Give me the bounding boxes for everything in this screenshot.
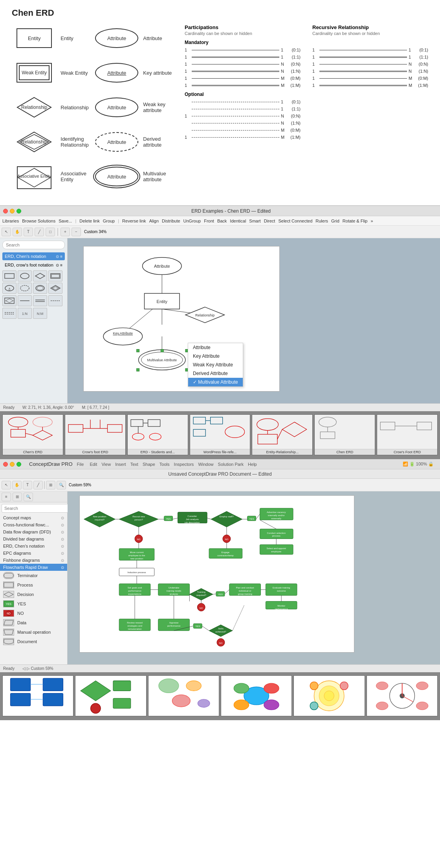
sidebar-icon-1[interactable]	[2, 270, 16, 281]
bottom-thumb-1[interactable]	[75, 675, 146, 716]
sidebar-item-chen-notation[interactable]: ERD, Chen's notation ⊙ ≡	[2, 252, 65, 260]
svg-line-172	[207, 518, 211, 519]
sidebar-icon-11[interactable]	[33, 295, 47, 306]
app2-lib-fishbone[interactable]: Fishbone diagrams ⊙	[0, 557, 67, 564]
app2-tb-line[interactable]: ╱	[33, 481, 43, 489]
menu-smart[interactable]: Smart	[249, 219, 260, 223]
menu-direct[interactable]: Direct	[264, 219, 275, 223]
toolbar-line[interactable]: ╱	[35, 228, 44, 236]
app2-lib-concept-maps[interactable]: Concept maps ⊙	[0, 514, 67, 521]
sidebar-icon-5[interactable]: A	[2, 283, 16, 294]
ctx-key-attribute[interactable]: Key Attribute	[188, 352, 243, 360]
app2-shape-data[interactable]: Data	[0, 618, 67, 627]
app2-search-input[interactable]	[2, 504, 69, 513]
bottom-thumb-4[interactable]	[293, 675, 365, 716]
sidebar-icon-15[interactable]: N:M	[33, 308, 47, 319]
app2-tb-text[interactable]: T	[23, 481, 32, 489]
app2-lib-flowcharts[interactable]: Flowcharts Rapid Draw ⊙	[0, 564, 67, 571]
app2-tb-pointer[interactable]: ↖	[2, 481, 11, 489]
menu-rotate-flip[interactable]: Rotate & Flip	[343, 219, 368, 223]
menu-grid[interactable]: Grid	[331, 219, 339, 223]
sidebar-icon-4[interactable]	[48, 270, 62, 281]
toolbar-zoom-out[interactable]: −	[72, 228, 81, 236]
sidebar-icon-12[interactable]	[48, 295, 62, 306]
app2-shape-document[interactable]: Document	[0, 637, 67, 646]
toolbar-pointer[interactable]: ↖	[2, 228, 11, 236]
app2-tb-zoom[interactable]: 🔍	[57, 481, 66, 489]
menu-ungroup[interactable]: UnGroup	[183, 219, 201, 223]
bottom-thumb-3[interactable]	[221, 675, 292, 716]
app2-sb-tb-1[interactable]: ≡	[2, 493, 11, 501]
app2-tb-grid[interactable]: ⊞	[46, 481, 55, 489]
sidebar-icon-2[interactable]	[18, 270, 32, 281]
minimize-button[interactable]	[10, 209, 15, 213]
sidebar-icon-6[interactable]	[18, 283, 32, 294]
app2-lib-epc[interactable]: EPC diagrams ⊙	[0, 550, 67, 557]
app2-shape-no[interactable]: NO NO	[0, 609, 67, 618]
menu-more[interactable]: »	[370, 219, 373, 223]
menu-delete-link[interactable]: Delete link	[79, 219, 99, 223]
bottom-thumb-2[interactable]	[148, 675, 219, 716]
bottom-thumb-0[interactable]	[2, 675, 73, 716]
sidebar-item-crowsfoot-notation[interactable]: ERD, crow's foot notation ⊙ ≡	[2, 261, 65, 269]
ctx-derived-attribute[interactable]: Derived Attribute	[188, 369, 243, 378]
thumbnail-3[interactable]: WordPress file-refe...	[190, 414, 251, 455]
app2-maximize-button[interactable]	[16, 462, 21, 467]
app2-lib-erd-chen[interactable]: ERD, Chen's notation ⊙	[0, 542, 67, 550]
ctx-multivalue-attribute[interactable]: ✓ Multivalue Attribute	[188, 378, 243, 386]
menu-rulers[interactable]: Rulers	[315, 219, 328, 223]
menu-select-connected[interactable]: Select Connected	[278, 219, 312, 223]
bottom-thumb-5[interactable]	[367, 675, 438, 716]
menu-reverse-link[interactable]: Reverse link	[122, 219, 146, 223]
participations-section: Participations Cardinality can be shown …	[177, 24, 428, 197]
toolbar-zoom-in[interactable]: +	[60, 228, 70, 236]
app2-tb-hand[interactable]: ✋	[12, 481, 22, 489]
app2-close-button[interactable]	[3, 462, 8, 467]
app2-shape-process[interactable]: Process	[0, 580, 67, 590]
sidebar-icon-7[interactable]	[33, 283, 47, 294]
app2-doc-title: Unsaved ConceptDraw PRO Document — Edite…	[168, 471, 271, 477]
menu-group[interactable]: Group	[103, 219, 115, 223]
app2-lib-divided-bar[interactable]: Divided bar diagrams ⊙	[0, 535, 67, 542]
menu-back[interactable]: Back	[217, 219, 227, 223]
ctx-weak-key-attribute[interactable]: Weak Key Attribute	[188, 360, 243, 369]
menu-align[interactable]: Align	[149, 219, 159, 223]
toolbar-shape[interactable]: □	[46, 228, 55, 236]
app2-canvas-inner[interactable]: New position required? Recruit new perso…	[79, 495, 354, 653]
menu-distribute[interactable]: Distribute	[162, 219, 180, 223]
sidebar-icon-8[interactable]	[48, 283, 62, 294]
sidebar-icon-9[interactable]	[2, 295, 16, 306]
app2-shape-manual-op[interactable]: Manual operation	[0, 627, 67, 637]
menu-browse-solutions[interactable]: Browse Solutions	[22, 219, 55, 223]
sidebar-search-input[interactable]	[2, 241, 65, 249]
menu-libraries[interactable]: Libraries	[2, 219, 19, 223]
toolbar-text[interactable]: T	[24, 228, 33, 236]
thumbnail-4[interactable]: Entity-Relationship...	[252, 414, 313, 455]
thumbnail-6[interactable]: Crow's Foot ERD	[377, 414, 438, 455]
toolbar-hand[interactable]: ✋	[13, 228, 22, 236]
menu-front[interactable]: Front	[204, 219, 214, 223]
sidebar-icon-13[interactable]	[2, 308, 16, 319]
app2-shape-yes[interactable]: YES YES	[0, 599, 67, 609]
menu-save[interactable]: Save...	[59, 219, 72, 223]
sidebar-icon-3[interactable]	[33, 270, 47, 281]
app2-sb-search-btn[interactable]: 🔍	[24, 493, 33, 501]
svg-point-224	[376, 682, 388, 690]
app2-lib-dfd[interactable]: Data flow diagram (DFD) ⊙	[0, 528, 67, 535]
app2-shape-terminator[interactable]: Terminator	[0, 571, 67, 580]
thumbnail-2[interactable]: ERD - Students and...	[127, 414, 188, 455]
thumbnail-1[interactable]: Crow's foot ERD	[65, 414, 126, 455]
app2-minimize-button[interactable]	[10, 462, 15, 467]
ctx-attribute[interactable]: Attribute	[188, 343, 243, 352]
app2-sb-tb-2[interactable]: ⊞	[13, 493, 22, 501]
app2-lib-cross-functional[interactable]: Cross-functional flowc... ⊙	[0, 521, 67, 528]
close-button[interactable]	[3, 209, 8, 213]
sidebar-icon-10[interactable]	[18, 295, 32, 306]
app2-shape-decision[interactable]: Decision	[0, 590, 67, 599]
thumbnail-5[interactable]: Chen ERD	[314, 414, 375, 455]
menu-identical[interactable]: Identical	[230, 219, 246, 223]
thumbnail-0[interactable]: Chen's ERD	[2, 414, 63, 455]
sidebar-icon-14[interactable]: 1:N	[18, 308, 32, 319]
erd-canvas-inner[interactable]: Attribute Entity Relationship Key.Attrib…	[83, 246, 280, 392]
maximize-button[interactable]	[16, 209, 21, 213]
